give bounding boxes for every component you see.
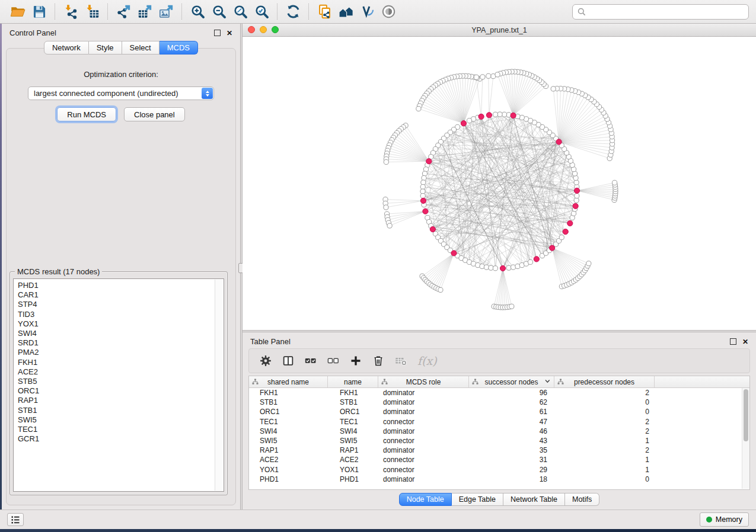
graph-mcds-node[interactable] [461,121,466,126]
graph-node[interactable] [497,112,502,117]
table-row[interactable]: PHD1PHD1dominator180 [249,475,742,484]
graph-mcds-node[interactable] [451,251,457,256]
graph-node[interactable] [502,112,506,117]
save-session-icon[interactable] [28,2,50,21]
mcds-result-list[interactable]: PHD1CAR1STP4TID3YOX1SWI4SRD1PMA2FKH1ACE2… [13,278,224,492]
open-session-icon[interactable] [7,2,28,21]
memory-button[interactable]: Memory [700,512,749,527]
list-scrollbar[interactable] [215,280,223,491]
column-header-shared-name[interactable]: shared name [249,376,328,387]
table-scrollbar-thumb[interactable] [744,389,748,441]
table-row[interactable]: TEC1TEC1connector472 [249,417,742,427]
tab-style[interactable]: Style [89,41,122,55]
graph-mcds-node[interactable] [511,113,516,118]
graph-leaf-node[interactable] [438,287,443,292]
show-panels-button[interactable] [7,513,24,526]
list-item[interactable]: PMA2 [18,348,213,357]
graph-node[interactable] [574,198,579,203]
graph-leaf-node[interactable] [495,72,500,77]
graph-leaf-node[interactable] [480,75,485,79]
graph-node[interactable] [573,175,578,180]
maximize-window-icon[interactable] [272,26,279,33]
tab-network-table[interactable]: Network Table [503,493,565,506]
search-field[interactable] [572,4,749,20]
network-window-titlebar[interactable]: YPA_prune.txt_1 [243,24,756,37]
tab-mcds[interactable]: MCDS [160,41,198,55]
list-item[interactable]: ACE2 [18,367,213,377]
select-all-rows-button[interactable] [300,350,321,371]
graph-leaf-node[interactable] [387,223,392,228]
graph-node[interactable] [421,180,426,185]
list-item[interactable]: TEC1 [18,425,213,434]
graph-mcds-node[interactable] [556,139,562,145]
list-item[interactable]: YOX1 [18,319,213,329]
list-item[interactable]: FKH1 [18,358,213,367]
graph-mcds-node[interactable] [567,220,573,226]
graph-mcds-node[interactable] [534,257,539,262]
zoom-selected-icon[interactable] [251,2,272,21]
graph-leaf-node[interactable] [612,180,617,185]
zoom-out-icon[interactable] [208,2,229,21]
list-item[interactable]: ORC1 [18,386,213,396]
close-panel-icon[interactable]: ✕ [227,30,232,36]
graph-node[interactable] [480,264,484,268]
graph-mcds-node[interactable] [563,229,568,235]
zoom-in-icon[interactable] [187,2,208,21]
graph-node[interactable] [420,189,425,194]
search-input[interactable] [589,7,744,17]
table-row[interactable]: FKH1FKH1dominator962 [249,388,742,398]
column-header-name[interactable]: name [328,376,378,387]
graph-mcds-node[interactable] [500,265,505,271]
float-table-panel-icon[interactable] [730,338,736,345]
column-header-successor-nodes[interactable]: successor nodes [469,376,554,387]
float-panel-icon[interactable] [214,30,221,36]
column-header-mcds-role[interactable]: MCDS role [378,376,469,387]
graph-leaf-node[interactable] [384,205,388,210]
tab-select[interactable]: Select [122,41,160,55]
close-panel-button[interactable]: Close panel [124,107,185,121]
graph-node[interactable] [506,265,511,270]
tab-motifs[interactable]: Motifs [565,493,599,506]
graph-node[interactable] [528,259,532,264]
list-item[interactable]: TID3 [18,310,213,319]
graph-node[interactable] [420,193,425,198]
deselect-all-rows-button[interactable] [323,350,344,371]
table-row[interactable]: ACE2ACE2connector311 [249,455,742,464]
graph-node[interactable] [420,184,425,189]
graph-mcds-node[interactable] [574,188,579,193]
list-item[interactable]: SWI4 [18,329,213,338]
graph-node[interactable] [493,112,497,117]
list-item[interactable]: RAP1 [18,396,213,405]
column-header-predecessor-nodes[interactable]: predecessor nodes [554,376,655,387]
graph-mcds-node[interactable] [486,113,492,118]
graph-mcds-node[interactable] [479,114,484,119]
tab-node-table[interactable]: Node Table [399,493,452,506]
graph-leaf-node[interactable] [474,75,479,79]
tab-network[interactable]: Network [44,41,89,55]
graph-node[interactable] [422,171,427,176]
list-item[interactable]: STP4 [18,300,213,309]
table-row[interactable]: SWI5SWI5connector431 [249,436,742,446]
run-mcds-button[interactable]: Run MCDS [57,107,116,121]
first-neighbors-icon[interactable] [335,2,356,21]
table-scrollbar[interactable] [742,388,749,489]
delete-columns-button[interactable] [368,350,389,371]
graph-node[interactable] [511,265,515,270]
graph-node[interactable] [484,265,489,270]
new-network-from-selection-icon[interactable] [314,2,335,21]
toggle-graphics-details-icon[interactable] [356,2,378,21]
fit-content-icon[interactable] [229,2,251,21]
table-row[interactable]: RAP1RAP1dominator352 [249,446,742,455]
add-column-button[interactable] [345,350,366,371]
table-row[interactable]: SWI4SWI4dominator462 [249,427,742,436]
graph-leaf-node[interactable] [509,304,514,309]
table-row[interactable]: ORC1ORC1dominator610 [249,407,742,416]
criterion-select[interactable]: largest connected component (undirected) [28,86,214,100]
graph-mcds-node[interactable] [420,198,426,203]
graph-leaf-node[interactable] [416,106,421,111]
close-table-panel-icon[interactable]: ✕ [742,339,748,345]
tab-edge-table[interactable]: Edge Table [452,493,503,506]
table-settings-button[interactable] [255,350,276,371]
table-row[interactable]: STB1STB1dominator620 [249,398,742,407]
graph-node[interactable] [575,193,579,198]
